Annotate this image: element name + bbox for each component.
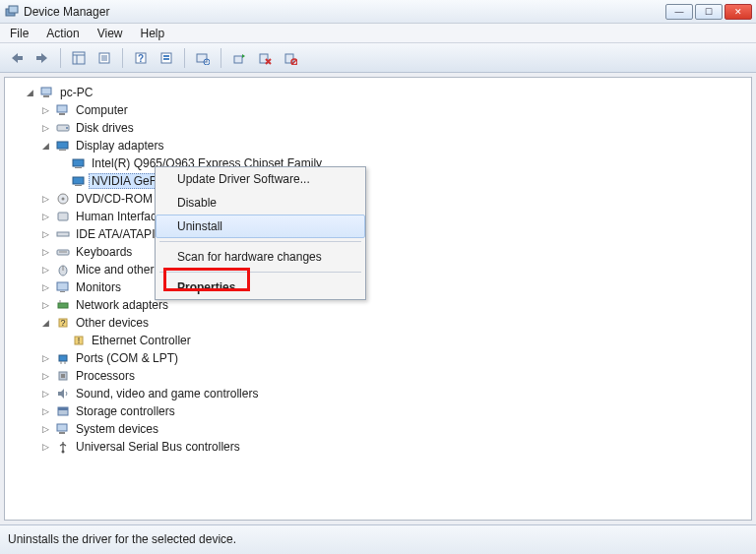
uninstall-button[interactable] — [254, 47, 276, 69]
tree-root[interactable]: ◢ pc-PC — [9, 84, 747, 101]
tree-node-processors[interactable]: ▷ Processors — [9, 367, 747, 385]
tree-node-mice[interactable]: ▷ Mice and other p — [9, 261, 747, 278]
separator — [60, 48, 61, 68]
spacer — [56, 176, 67, 187]
tree-label: Other devices — [73, 315, 152, 331]
back-button[interactable] — [6, 47, 28, 69]
tree-node-computer[interactable]: ▷ Computer — [9, 101, 747, 119]
collapse-icon[interactable]: ◢ — [40, 141, 51, 152]
disk-icon — [55, 120, 71, 136]
scan-hardware-button[interactable] — [192, 47, 214, 69]
expand-icon[interactable]: ▷ — [40, 265, 51, 276]
svg-text:!: ! — [78, 336, 81, 345]
svg-rect-30 — [75, 167, 82, 168]
expand-icon[interactable]: ▷ — [40, 371, 51, 382]
expand-icon[interactable]: ▷ — [40, 194, 51, 205]
tree-node-ethernet[interactable]: ! Ethernet Controller — [9, 332, 747, 349]
menu-action[interactable]: Action — [42, 26, 83, 41]
svg-point-34 — [62, 198, 65, 201]
mouse-icon — [55, 262, 71, 277]
network-icon — [55, 297, 71, 313]
tree-node-other[interactable]: ◢ ? Other devices — [9, 314, 747, 332]
tree-node-keyboards[interactable]: ▷ Keyboards — [9, 243, 747, 261]
window-buttons: — ☐ ✕ — [665, 4, 752, 20]
menu-help[interactable]: Help — [137, 26, 169, 41]
expand-icon[interactable]: ▷ — [40, 229, 51, 240]
disable-button[interactable] — [280, 47, 301, 69]
expand-icon[interactable]: ▷ — [40, 300, 51, 311]
expand-icon[interactable]: ▷ — [40, 123, 51, 134]
ctx-properties[interactable]: Properties — [156, 276, 365, 299]
expand-icon[interactable]: ▷ — [40, 424, 51, 435]
tree-label: Processors — [73, 368, 138, 384]
maximize-button[interactable]: ☐ — [695, 4, 723, 20]
update-driver-button[interactable] — [228, 47, 250, 69]
statusbar: Uninstalls the driver for the selected d… — [0, 524, 756, 554]
show-hide-tree-button[interactable] — [68, 47, 90, 69]
tree-node-monitors[interactable]: ▷ Monitors — [9, 278, 747, 296]
keyboard-icon — [55, 244, 71, 260]
tree-node-ports[interactable]: ▷ Ports (COM & LPT) — [9, 349, 747, 367]
tree-node-sound[interactable]: ▷ Sound, video and game controllers — [9, 385, 747, 402]
svg-rect-27 — [57, 142, 68, 149]
device-tree: ◢ pc-PC ▷ Computer ▷ Disk drives ◢ Displ… — [5, 78, 751, 462]
expand-icon[interactable]: ▷ — [40, 442, 51, 453]
separator — [159, 241, 361, 242]
close-button[interactable]: ✕ — [724, 4, 752, 20]
help-button[interactable]: ? — [130, 47, 152, 69]
warning-device-icon: ! — [71, 333, 87, 348]
tree-node-display-adapters[interactable]: ◢ Display adapters — [9, 137, 747, 154]
computer-icon — [39, 85, 55, 100]
tree-label: DVD/CD-ROM d — [73, 191, 165, 207]
svg-rect-35 — [58, 213, 68, 220]
tree-node-system[interactable]: ▷ System devices — [9, 420, 747, 438]
menu-view[interactable]: View — [94, 26, 127, 41]
action-button[interactable] — [156, 47, 177, 69]
tree-node-network[interactable]: ▷ Network adapters — [9, 296, 747, 314]
ctx-uninstall[interactable]: Uninstall — [156, 215, 365, 238]
tree-node-usb[interactable]: ▷ Universal Serial Bus controllers — [9, 438, 747, 456]
svg-rect-16 — [234, 56, 242, 63]
device-tree-panel: ◢ pc-PC ▷ Computer ▷ Disk drives ◢ Displ… — [4, 77, 752, 521]
statusbar-text: Uninstalls the driver for the selected d… — [8, 532, 236, 546]
tree-label: Human Interface — [73, 209, 166, 224]
tree-label: Ethernet Controller — [89, 333, 194, 348]
toolbar: ? — [0, 43, 756, 73]
tree-node-intel-gpu[interactable]: Intel(R) Q965/Q963 Express Chipset Famil… — [9, 154, 747, 172]
collapse-icon[interactable]: ◢ — [40, 318, 51, 329]
ctx-disable[interactable]: Disable — [156, 191, 365, 215]
tree-label: IDE ATA/ATAPI — [73, 226, 158, 242]
menubar: File Action View Help — [0, 24, 756, 43]
separator — [122, 48, 123, 68]
expand-icon[interactable]: ▷ — [40, 212, 51, 222]
expand-icon[interactable]: ▷ — [40, 282, 51, 293]
app-icon — [4, 4, 20, 20]
tree-node-nvidia-gpu[interactable]: NVIDIA GeFo — [9, 172, 747, 190]
port-icon — [55, 350, 71, 366]
expand-icon[interactable]: ▷ — [40, 247, 51, 258]
tree-node-dvd[interactable]: ▷ DVD/CD-ROM d — [9, 190, 747, 208]
properties-button[interactable] — [94, 47, 115, 69]
tree-label: Computer — [73, 102, 131, 118]
svg-rect-29 — [73, 159, 84, 166]
tree-node-storage[interactable]: ▷ Storage controllers — [9, 402, 747, 420]
expand-icon[interactable]: ▷ — [40, 105, 51, 116]
collapse-icon[interactable]: ◢ — [25, 88, 35, 98]
expand-icon[interactable]: ▷ — [40, 353, 51, 364]
tree-label: Mice and other p — [73, 262, 166, 277]
expand-icon[interactable]: ▷ — [40, 389, 51, 400]
expand-icon[interactable]: ▷ — [40, 406, 51, 417]
forward-button[interactable] — [32, 47, 53, 69]
ctx-scan-hardware[interactable]: Scan for hardware changes — [156, 245, 365, 269]
menu-file[interactable]: File — [6, 26, 32, 41]
svg-text:?: ? — [138, 53, 144, 64]
svg-rect-42 — [60, 291, 65, 292]
separator — [220, 48, 221, 68]
tree-node-hid[interactable]: ▷ Human Interface — [9, 208, 747, 225]
tree-label: Display adapters — [73, 138, 166, 154]
minimize-button[interactable]: — — [665, 4, 693, 20]
tree-node-ide[interactable]: ▷ IDE ATA/ATAPI — [9, 225, 747, 243]
tree-node-disk-drives[interactable]: ▷ Disk drives — [9, 119, 747, 137]
other-devices-icon: ? — [55, 315, 71, 331]
ctx-update-driver[interactable]: Update Driver Software... — [156, 167, 365, 191]
